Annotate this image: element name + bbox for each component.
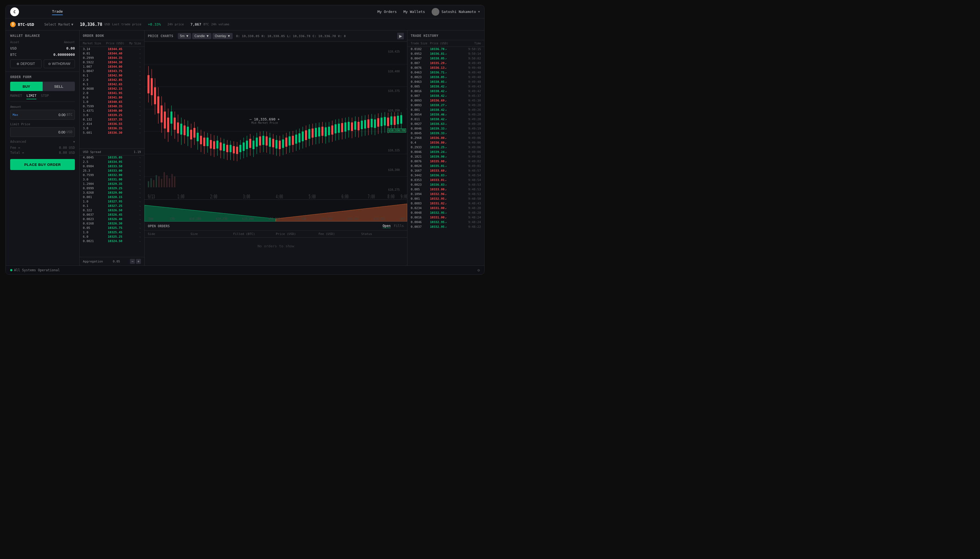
nav-my-orders[interactable]: My Orders <box>377 10 397 14</box>
ob-bid-row[interactable]: 0.0037 10326.45 - <box>80 213 144 217</box>
ob-ask-row[interactable]: 1.0047 10343.75 - <box>80 69 144 73</box>
max-button[interactable]: Max <box>13 113 18 117</box>
ob-ask-row[interactable]: 2.414 10336.55 - <box>80 122 144 126</box>
ob-ask-row[interactable]: 0.6 10341.80 - <box>80 95 144 99</box>
ob-bid-row[interactable]: 0.0023 10326.40 - <box>80 217 144 222</box>
advanced-row[interactable]: Advanced ▼ <box>10 140 75 144</box>
chart-type-button[interactable]: Candle ▼ <box>192 33 211 39</box>
table-row: 0.011 10338.42↗ 9:49:20 <box>408 117 484 122</box>
svg-rect-100 <box>282 139 284 148</box>
ob-ask-row[interactable]: 1.007 10344.00 - <box>80 64 144 69</box>
ob-ask-row[interactable]: 0.1 10342.90 - <box>80 73 144 78</box>
ob-bid-row[interactable]: 0.6168 10326.30 - <box>80 222 144 226</box>
ob-bid-row[interactable]: 0.7599 10332.90 - <box>80 173 144 177</box>
order-type-market[interactable]: MARKET <box>10 94 22 99</box>
ob-bid-row[interactable]: 0.001 10328.15 - <box>80 195 144 199</box>
th-trade-size: 0.1667 <box>411 169 430 172</box>
ob-bid-row[interactable]: 0.0999 10329.25 - <box>80 186 144 191</box>
th-trade-price: 10333.60↙ <box>430 169 464 172</box>
amount-input[interactable] <box>19 113 66 117</box>
buy-tab[interactable]: BUY <box>10 82 43 91</box>
ob-bid-row[interactable]: 6.0 10325.25 - <box>80 235 144 239</box>
ob-bid-mysize: - <box>133 187 141 190</box>
ob-ask-size: 1.0 <box>83 100 102 104</box>
ob-ask-row[interactable]: 1.4371 10340.00 - <box>80 108 144 113</box>
direction-arrow: ↙ <box>445 179 446 182</box>
ob-ask-row[interactable]: 0.0688 10342.15 - <box>80 86 144 91</box>
amount-input-row[interactable]: Max BTC <box>10 110 75 120</box>
overlay-button[interactable]: Overlay ▼ <box>212 33 233 39</box>
ob-ask-row[interactable]: 0.01 10344.40 - <box>80 51 144 56</box>
place-order-button[interactable]: PLACE BUY ORDER <box>10 159 75 170</box>
ob-bid-row[interactable]: 0.322 10326.50 - <box>80 208 144 213</box>
ob-ask-row[interactable]: 3.14 10344.45 - <box>80 47 144 51</box>
ob-ask-row[interactable]: 3.0 10339.25 - <box>80 113 144 117</box>
th-trade-price: 10336.81↗ <box>430 52 464 56</box>
ob-ask-row[interactable]: 3.0 10336.35 - <box>80 126 144 131</box>
svg-rect-104 <box>289 136 291 146</box>
ob-bid-size: 2.5 <box>83 160 102 164</box>
ob-bid-size: 0.0021 <box>83 239 102 243</box>
nav-my-wallets[interactable]: My Wallets <box>403 10 425 14</box>
oo-tab-open[interactable]: Open <box>383 224 391 228</box>
chart-area[interactable]: $10,425 $10,400 $10,375 $10,350 $10,336.… <box>144 42 407 199</box>
table-row: 0.001 10338.42↗ 9:49:26 <box>408 108 484 112</box>
withdraw-button[interactable]: ⊖ WITHDRAW <box>44 60 75 68</box>
user-area[interactable]: Satoshi Nakamoto ▼ <box>432 8 480 16</box>
spread-row: USD Spread 1.19 <box>80 149 144 155</box>
oo-title: Open Orders <box>148 224 169 228</box>
th-rows: 0.0102 10336.78↗ 9:50:15 0.0952 10336.81… <box>408 47 484 265</box>
nav-tab-trade[interactable]: Trade <box>52 8 63 15</box>
limit-price-input[interactable] <box>13 130 65 134</box>
order-type-tabs: MARKET LIMIT STOP <box>10 94 75 102</box>
timeframe-button[interactable]: 5m ▼ <box>178 33 191 39</box>
ob-bid-row[interactable]: 3.0268 10329.00 - <box>80 191 144 195</box>
ob-bid-row[interactable]: 1.0 10327.95 - <box>80 199 144 204</box>
deposit-button[interactable]: ⊕ DEPOSIT <box>10 60 41 68</box>
svg-rect-82 <box>252 141 254 149</box>
table-row: 0.0102 10336.78↗ 9:50:15 <box>408 47 484 51</box>
th-trade-size: 0.0046 <box>411 127 430 131</box>
ob-ask-row[interactable]: 5.601 10336.30 - <box>80 131 144 135</box>
order-form-section: Order Form BUY SELL MARKET LIMIT STOP Am… <box>6 72 79 173</box>
ob-ask-row[interactable]: 0.5922 10344.30 - <box>80 60 144 64</box>
ob-bid-row[interactable]: 25.3 10333.00 - <box>80 169 144 173</box>
ob-ask-row[interactable]: 0.7599 10340.35 - <box>80 104 144 108</box>
order-book-title: Order Book <box>80 31 144 40</box>
table-row: 0.0048 10332.95↗ 9:48:28 <box>408 210 484 215</box>
th-trade-price: 10336.83↗ <box>430 174 464 177</box>
ob-ask-row[interactable]: 0.2999 10344.35 - <box>80 56 144 60</box>
ob-ask-row[interactable]: 2.0 10342.85 - <box>80 78 144 82</box>
ob-ask-row[interactable]: 1.0 10340.65 - <box>80 99 144 104</box>
chart-nav-right[interactable]: ▶ <box>397 33 404 39</box>
ob-ask-row[interactable]: 0.132 10337.35 - <box>80 117 144 122</box>
ob-bid-row[interactable]: 0.1 10327.25 - <box>80 204 144 208</box>
ob-bid-row[interactable]: 0.0021 10324.50 - <box>80 239 144 243</box>
ob-ask-row[interactable]: 2.0 10341.95 - <box>80 91 144 95</box>
ob-ask-row[interactable]: 0.1 10342.65 - <box>80 82 144 86</box>
agg-plus-button[interactable]: + <box>136 259 141 264</box>
oo-tab-fills[interactable]: Fills <box>394 224 404 228</box>
order-type-stop[interactable]: STOP <box>41 94 49 99</box>
ob-bid-mysize: - <box>133 169 141 172</box>
oo-col-fee: Fee (USD) <box>318 232 361 236</box>
agg-minus-button[interactable]: − <box>130 259 135 264</box>
ob-bid-row[interactable]: 3.0 10331.00 - <box>80 177 144 182</box>
ob-bid-row[interactable]: 1.2904 10329.35 - <box>80 182 144 186</box>
svg-rect-92 <box>269 137 271 147</box>
ob-bid-row[interactable]: 0.0984 10333.50 - <box>80 164 144 169</box>
settings-icon[interactable]: ⚙ <box>478 268 480 272</box>
spread-value: 1.19 <box>134 150 141 154</box>
ob-bid-mysize: - <box>133 191 141 195</box>
order-type-limit[interactable]: LIMIT <box>27 94 36 99</box>
ob-bid-row[interactable]: 1.0 10325.45 - <box>80 230 144 235</box>
sell-tab[interactable]: SELL <box>43 82 75 91</box>
ob-bid-row[interactable]: 2.5 10334.95 - <box>80 160 144 164</box>
select-market[interactable]: Select Market ▼ <box>44 23 73 26</box>
ob-bid-row[interactable]: 0.05 10325.75 - <box>80 226 144 230</box>
limit-price-input-row[interactable]: USD <box>10 127 75 137</box>
agg-controls: − + <box>130 259 141 264</box>
wallet-header: Asset Amount <box>10 40 75 44</box>
th-col-price: Price (USD) <box>430 42 464 45</box>
ob-bid-row[interactable]: 4.0045 10335.05 - <box>80 155 144 160</box>
